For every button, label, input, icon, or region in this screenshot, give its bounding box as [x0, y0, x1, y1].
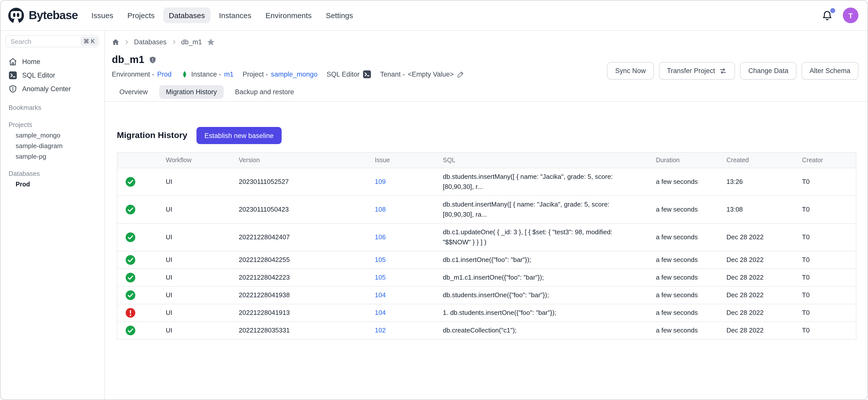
- sync-now-button[interactable]: Sync Now: [607, 62, 654, 80]
- check-circle-icon: [125, 273, 150, 283]
- change-data-button[interactable]: Change Data: [740, 62, 797, 80]
- bytebase-logo[interactable]: Bytebase: [7, 7, 78, 24]
- table-row[interactable]: UI20230111052527109db.students.insertMan…: [117, 168, 856, 195]
- issue-link[interactable]: 105: [375, 256, 385, 264]
- alter-schema-button[interactable]: Alter Schema: [802, 62, 859, 80]
- sidebar-item-home[interactable]: Home: [5, 55, 99, 68]
- cell-workflow: UI: [158, 223, 231, 251]
- column-workflow: Workflow: [158, 153, 231, 168]
- meta-project: Project - sample_mongo: [243, 70, 317, 78]
- notifications-button[interactable]: [822, 10, 833, 21]
- sidebar-item-anomaly-center[interactable]: Anomaly Center: [5, 82, 99, 96]
- cell-creator: T0: [794, 304, 856, 321]
- cell-sql: db_m1.c1.insertOne({"foo": "bar"});: [435, 269, 648, 286]
- breadcrumb-databases[interactable]: Databases: [134, 38, 166, 45]
- button-label: Change Data: [748, 67, 788, 74]
- cell-creator: T0: [794, 168, 856, 195]
- cell-creator: T0: [794, 195, 856, 223]
- cell-created: Dec 28 2022: [718, 321, 794, 339]
- home-icon[interactable]: [112, 38, 119, 45]
- cell-issue: 104: [367, 286, 435, 304]
- instance-link[interactable]: m1: [224, 70, 234, 78]
- issue-link[interactable]: 108: [375, 206, 385, 213]
- cell-workflow: UI: [158, 168, 231, 195]
- cell-status: [117, 321, 158, 339]
- nav-item-databases[interactable]: Databases: [163, 7, 210, 23]
- column-version: Version: [231, 153, 367, 168]
- breadcrumb: Databases db_m1: [112, 37, 859, 47]
- breadcrumb-db-m1[interactable]: db_m1: [181, 38, 202, 45]
- terminal-icon: [8, 71, 17, 80]
- table-row[interactable]: UI20230111050423108db.student.insertMany…: [117, 195, 856, 223]
- table-body: UI20230111052527109db.students.insertMan…: [117, 168, 856, 339]
- cell-duration: a few seconds: [648, 195, 718, 223]
- issue-link[interactable]: 105: [375, 274, 385, 281]
- sidebar-item-sample-diagram[interactable]: sample-diagram: [5, 141, 99, 151]
- cell-version: 20221228042255: [231, 251, 367, 269]
- chevron-right-icon: [171, 39, 177, 44]
- home-icon: [8, 57, 17, 66]
- issue-link[interactable]: 102: [375, 327, 385, 334]
- cell-sql: db.students.insertMany([ { name: "Jacika…: [435, 168, 648, 195]
- cell-issue: 104: [367, 304, 435, 321]
- tenant-value: <Empty Value>: [408, 70, 454, 78]
- sidebar-menu: HomeSQL EditorAnomaly Center: [5, 55, 99, 96]
- table-row[interactable]: UI202212280419131041. db.students.insert…: [117, 304, 856, 321]
- nav-item-issues[interactable]: Issues: [86, 7, 119, 23]
- sidebar-item-prod[interactable]: Prod: [5, 179, 99, 189]
- transfer-project-button[interactable]: Transfer Project: [659, 62, 735, 80]
- issue-link[interactable]: 104: [375, 309, 385, 316]
- environment-link[interactable]: Prod: [157, 70, 172, 78]
- cell-workflow: UI: [158, 304, 231, 321]
- cell-version: 20230111050423: [231, 195, 367, 223]
- tab-migration-history[interactable]: Migration History: [159, 85, 224, 99]
- tab-backup-and-restore[interactable]: Backup and restore: [228, 85, 301, 99]
- top-navbar: Bytebase IssuesProjectsDatabasesInstance…: [0, 0, 868, 31]
- issue-link[interactable]: 109: [375, 178, 385, 185]
- button-label: Alter Schema: [810, 67, 850, 74]
- table-row[interactable]: UI20221228041938104db.students.insertOne…: [117, 286, 856, 304]
- tab-overview[interactable]: Overview: [113, 85, 154, 99]
- bytebase-logo-icon: [7, 7, 25, 24]
- project-label: Project -: [243, 70, 268, 78]
- cell-workflow: UI: [158, 286, 231, 304]
- button-label: Sync Now: [615, 67, 646, 74]
- cell-duration: a few seconds: [648, 223, 718, 251]
- nav-item-instances[interactable]: Instances: [214, 7, 257, 23]
- issue-link[interactable]: 104: [375, 291, 385, 299]
- sidebar-item-sample-pg[interactable]: sample-pg: [5, 151, 99, 162]
- meta-instance: Instance - m1: [181, 70, 234, 78]
- cell-creator: T0: [794, 269, 856, 286]
- cell-created: Dec 28 2022: [718, 223, 794, 251]
- project-link[interactable]: sample_mongo: [271, 70, 318, 78]
- cell-issue: 105: [367, 251, 435, 269]
- pencil-icon[interactable]: [457, 70, 464, 78]
- sidebar-item-sql-editor[interactable]: SQL Editor: [5, 68, 99, 82]
- table-row[interactable]: UI20221228042407106db.c1.updateOne( { _i…: [117, 223, 856, 251]
- sidebar-item-sample-mongo[interactable]: sample_mongo: [5, 130, 99, 141]
- table-row[interactable]: UI20221228042255105db.c1.insertOne({"foo…: [117, 251, 856, 269]
- cell-duration: a few seconds: [648, 168, 718, 195]
- establish-baseline-button[interactable]: Establish new baseline: [196, 127, 282, 144]
- nav-item-projects[interactable]: Projects: [122, 7, 160, 23]
- cell-workflow: UI: [158, 195, 231, 223]
- nav-item-settings[interactable]: Settings: [320, 7, 359, 23]
- cell-version: 20221228042223: [231, 269, 367, 286]
- cell-created: Dec 28 2022: [718, 304, 794, 321]
- star-icon[interactable]: [207, 37, 215, 46]
- issue-link[interactable]: 106: [375, 233, 385, 241]
- cell-created: Dec 28 2022: [718, 286, 794, 304]
- check-circle-icon: [125, 232, 150, 242]
- table-row[interactable]: UI20221228035331102db.createCollection("…: [117, 321, 856, 339]
- tenant-label: Tenant -: [380, 70, 405, 78]
- mongodb-leaf-icon: [181, 70, 188, 78]
- avatar[interactable]: T: [843, 7, 859, 23]
- cell-status: [117, 251, 158, 269]
- table-row[interactable]: UI20221228042223105db_m1.c1.insertOne({"…: [117, 269, 856, 286]
- cell-status: [117, 168, 158, 195]
- nav-item-environments[interactable]: Environments: [260, 7, 317, 23]
- cell-issue: 106: [367, 223, 435, 251]
- sql-editor-badge-icon[interactable]: [363, 70, 371, 79]
- meta-tenant: Tenant - <Empty Value>: [380, 70, 464, 78]
- sidebar-section-databases: Databases: [5, 168, 99, 179]
